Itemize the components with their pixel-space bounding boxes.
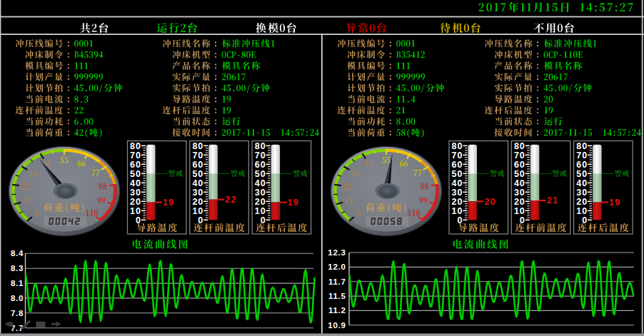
svg-text:50: 50 [576,169,588,179]
svg-text:50: 50 [514,169,525,179]
svg-text:19: 19 [163,198,174,208]
svg-text:12.0: 12.0 [328,263,346,271]
svg-text:7.8: 7.8 [11,309,24,317]
svg-text:70: 70 [130,151,141,161]
svg-text:60: 60 [192,160,203,170]
svg-text:10: 10 [514,206,525,216]
svg-text:50: 50 [130,169,141,179]
svg-text:80: 80 [130,141,141,151]
svg-text:60: 60 [514,160,525,170]
svg-text:11.5: 11.5 [328,292,346,300]
svg-text:80: 80 [576,141,588,151]
svg-text:11.2: 11.2 [328,306,346,315]
svg-text:70: 70 [514,151,525,161]
svg-text:70: 70 [576,151,588,161]
svg-text:70: 70 [192,151,203,161]
svg-text:70: 70 [452,151,463,161]
svg-text:30: 30 [255,188,266,198]
svg-text:30: 30 [514,188,525,198]
svg-text:30: 30 [452,188,463,198]
svg-text:11.7: 11.7 [328,278,346,286]
svg-text:20: 20 [192,197,203,207]
svg-text:50: 50 [192,169,203,179]
svg-text:20: 20 [130,197,141,207]
svg-text:40: 40 [514,178,525,188]
svg-text:50: 50 [255,169,266,179]
svg-text:10: 10 [192,206,203,216]
svg-text:20: 20 [485,197,496,207]
svg-text:10: 10 [130,206,141,216]
svg-text:60: 60 [130,160,141,170]
svg-text:60: 60 [576,160,588,170]
svg-text:21: 21 [547,195,558,205]
svg-text:70: 70 [255,151,266,161]
svg-text:10: 10 [576,206,588,216]
svg-text:80: 80 [452,141,463,151]
svg-text:8.1: 8.1 [11,279,24,287]
svg-text:60: 60 [255,160,266,170]
svg-text:8.4: 8.4 [11,249,24,258]
svg-text:20: 20 [255,197,266,207]
svg-text:30: 30 [576,188,588,198]
svg-text:20: 20 [576,197,588,207]
svg-text:22: 22 [225,195,236,205]
svg-text:40: 40 [576,178,588,188]
svg-text:10: 10 [452,206,463,216]
svg-text:8.3: 8.3 [11,264,24,273]
svg-text:40: 40 [255,178,266,188]
svg-text:10: 10 [255,206,266,216]
svg-text:50: 50 [452,169,463,179]
svg-text:80: 80 [514,141,525,151]
svg-text:20: 20 [514,197,525,207]
svg-text:80: 80 [255,141,266,151]
svg-text:19: 19 [609,198,620,208]
svg-text:80: 80 [192,141,203,151]
svg-text:60: 60 [452,160,463,170]
svg-text:8.0: 8.0 [11,294,24,302]
svg-text:40: 40 [130,178,141,188]
svg-text:30: 30 [130,188,141,198]
svg-text:19: 19 [288,198,299,208]
svg-text:12.3: 12.3 [328,248,346,257]
svg-text:40: 40 [452,178,463,188]
svg-text:40: 40 [192,178,203,188]
svg-text:10.9: 10.9 [328,321,346,330]
svg-text:30: 30 [192,188,203,198]
svg-text:20: 20 [452,197,463,207]
